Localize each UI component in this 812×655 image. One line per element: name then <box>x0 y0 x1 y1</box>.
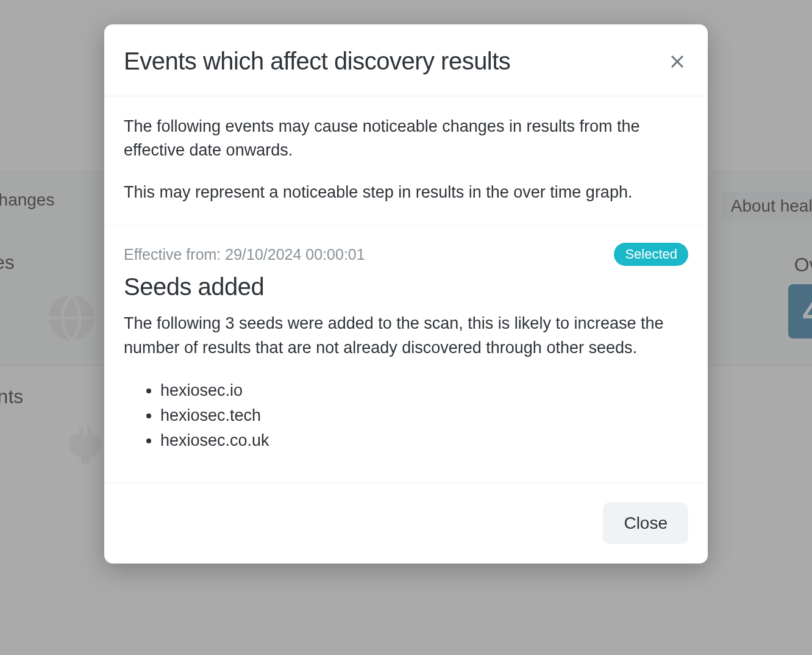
close-button[interactable]: Close <box>603 503 688 544</box>
event-heading: Seeds added <box>124 273 688 301</box>
event-description: The following 3 seeds were added to the … <box>124 312 688 359</box>
event-block: Effective from: 29/10/2024 00:00:01 Sele… <box>104 226 708 482</box>
intro-paragraph-2: This may represent a noticeable step in … <box>124 181 688 204</box>
modal-footer: Close <box>104 482 708 564</box>
event-meta-row: Effective from: 29/10/2024 00:00:01 Sele… <box>124 243 688 266</box>
modal-title: Events which affect discovery results <box>124 48 510 75</box>
modal-header: Events which affect discovery results <box>104 24 708 96</box>
effective-date: 29/10/2024 00:00:01 <box>225 246 365 263</box>
intro-paragraph-1: The following events may cause noticeabl… <box>124 115 688 162</box>
modal-overlay: Events which affect discovery results Th… <box>0 0 812 655</box>
list-item: hexiosec.tech <box>160 403 688 428</box>
close-icon <box>669 53 686 70</box>
effective-from-label: Effective from: 29/10/2024 00:00:01 <box>124 246 365 263</box>
selected-badge: Selected <box>614 243 688 266</box>
close-icon-button[interactable] <box>666 51 688 73</box>
effective-prefix: Effective from: <box>124 246 225 263</box>
modal-intro: The following events may cause noticeabl… <box>104 96 708 226</box>
list-item: hexiosec.co.uk <box>160 428 688 453</box>
seeds-list: hexiosec.io hexiosec.tech hexiosec.co.uk <box>124 378 688 453</box>
events-modal: Events which affect discovery results Th… <box>104 24 708 564</box>
list-item: hexiosec.io <box>160 378 688 403</box>
